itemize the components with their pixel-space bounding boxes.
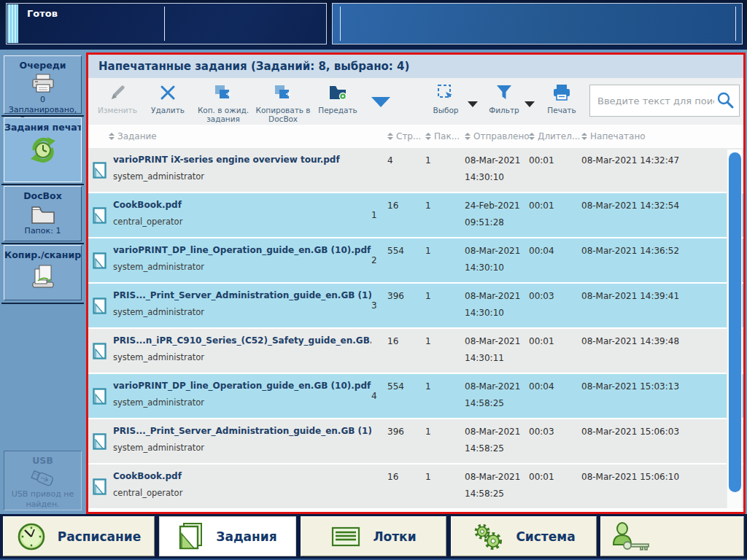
selection-icon [437, 83, 454, 102]
column-header-duration[interactable]: Длител... [529, 131, 581, 141]
job-sent-time: 09:51:28 [465, 217, 529, 228]
job-row[interactable]: CookBook.pdf central_operator 16 1 08-Ma… [88, 464, 743, 510]
job-owner: system_administrator [113, 262, 371, 272]
column-header-job[interactable]: Задание [93, 131, 387, 141]
job-row[interactable]: varioPRINT_DP_line_Operation_guide_en.GB… [88, 238, 743, 284]
jobs-table-body: varioPRINT iX-series engine overview tou… [88, 148, 743, 512]
print-jobs-history-icon [29, 136, 57, 163]
search-input[interactable] [590, 96, 716, 106]
user-key-icon [611, 521, 654, 552]
copy-to-docbox-button[interactable]: Копировать в DocBox [252, 83, 314, 123]
scrollbar-thumb[interactable] [729, 152, 741, 492]
print-jobs-label: Задания печати [4, 118, 81, 133]
more-actions-expander-icon[interactable] [371, 97, 390, 107]
job-selection-number: 1 [371, 193, 387, 237]
printer-icon [31, 74, 55, 93]
job-pages: 16 [387, 193, 425, 237]
scrollbar-track[interactable] [727, 149, 742, 508]
document-icon [93, 433, 107, 450]
job-sent-date: 08-Mar-2021 [465, 472, 529, 482]
filter-button[interactable]: Фильтр [485, 83, 523, 114]
sidebar-item-docbox[interactable]: DocBox Папок: 1 [4, 186, 82, 241]
job-sent-date: 08-Mar-2021 [465, 381, 529, 392]
tab-trays-label: Лотки [373, 529, 416, 544]
job-sent-time: 14:30:11 [465, 353, 529, 363]
job-pages: 16 [387, 464, 425, 508]
delete-button[interactable]: Удалить [147, 83, 189, 114]
sort-icon [425, 133, 431, 140]
job-selection-number [371, 329, 387, 373]
job-owner: central_operator [113, 217, 371, 227]
tab-trays[interactable]: Лотки [301, 516, 446, 556]
job-sent-time: 14:58:25 [465, 398, 529, 408]
sidebar-item-queues[interactable]: Очереди 0 Запланировано, 5 ожидает [4, 55, 82, 114]
sidebar-item-print-jobs[interactable]: Задания печати [4, 117, 82, 182]
job-selection-number [371, 464, 387, 508]
sort-icon [465, 133, 471, 140]
job-selection-number: 2 [371, 238, 387, 282]
tab-schedule[interactable]: Расписание [3, 516, 155, 556]
job-sent-date: 08-Mar-2021 [465, 427, 529, 437]
tab-login[interactable] [600, 516, 744, 556]
job-duration: 00:04 [529, 374, 581, 418]
job-duration: 00:01 [529, 193, 581, 237]
select-button[interactable]: Выбор [427, 83, 465, 114]
sidebar: Очереди 0 Запланировано, 5 ожидает Задан… [0, 50, 86, 514]
usb-label: USB [4, 451, 81, 466]
column-header-pages[interactable]: Стр... [387, 131, 425, 141]
column-header-sets[interactable]: Пак... [425, 131, 465, 141]
status-box-divider [164, 7, 165, 41]
docbox-label: DocBox [4, 187, 81, 201]
copy-scan-label: Копир./сканир. [4, 246, 81, 260]
column-header-sent[interactable]: Отправлено [465, 131, 529, 141]
job-pages: 396 [387, 284, 425, 327]
tab-system[interactable]: Система [451, 516, 597, 556]
message-box-divider-left [340, 7, 341, 41]
job-sent-date: 08-Mar-2021 [465, 336, 529, 346]
sort-icon [109, 133, 115, 140]
sort-icon [581, 133, 587, 140]
job-printed: 08-Mar-2021 15:03:13 [581, 374, 724, 418]
status-box: Готов [6, 3, 327, 44]
printed-jobs-panel: Напечатанные задания (Заданий: 8, выбран… [86, 52, 746, 514]
copy-jobs-icon [214, 83, 233, 102]
sidebar-item-copy-scan[interactable]: Копир./сканир. [4, 245, 82, 300]
edit-button[interactable]: Изменить [96, 83, 139, 114]
job-duration: 00:01 [529, 329, 581, 373]
job-row[interactable]: varioPRINT_DP_line_Operation_guide_en.GB… [88, 374, 743, 419]
job-sent-time: 14:30:10 [465, 308, 529, 318]
job-name: PRIS..._Print_Server_Administration_guid… [113, 290, 371, 300]
job-sent-time: 14:58:25 [465, 489, 529, 499]
filter-funnel-icon [496, 83, 512, 102]
job-sets: 1 [425, 374, 465, 418]
job-sets: 1 [425, 284, 465, 327]
job-pages: 4 [387, 148, 425, 192]
job-printed: 08-Mar-2021 14:39:41 [581, 284, 724, 327]
trays-icon [330, 524, 361, 549]
job-row[interactable]: PRIS..._Print_Server_Administration_guid… [88, 419, 743, 464]
column-header-printed[interactable]: Напечатано [581, 131, 724, 141]
job-selection-number [371, 419, 387, 463]
job-duration: 00:01 [529, 464, 581, 508]
job-sets: 1 [425, 193, 465, 237]
search-icon[interactable] [716, 91, 735, 110]
tab-jobs[interactable]: Задания [159, 516, 296, 556]
tab-jobs-label: Задания [216, 529, 276, 544]
filter-dropdown-icon[interactable] [525, 101, 535, 107]
job-printed: 08-Mar-2021 14:36:52 [581, 238, 724, 282]
job-row[interactable]: CookBook.pdf central_operator 1 16 1 24-… [88, 193, 743, 238]
copy-to-waiting-jobs-button[interactable]: Коп. в ожид. задания [195, 83, 252, 123]
job-printed: 08-Mar-2021 14:32:47 [581, 148, 724, 192]
job-sent-date: 24-Feb-2021 [465, 201, 529, 211]
job-owner: system_administrator [113, 352, 371, 362]
print-button[interactable]: Печать [543, 83, 580, 114]
jobs-document-icon [178, 522, 204, 551]
select-dropdown-icon[interactable] [468, 101, 478, 107]
job-row[interactable]: PRIS..._Print_Server_Administration_guid… [88, 284, 743, 329]
transfer-button[interactable]: Передать [316, 83, 360, 114]
document-icon [93, 207, 107, 224]
job-row[interactable]: varioPRINT iX-series engine overview tou… [88, 148, 743, 193]
job-row[interactable]: PRIS...n_iPR_C910_Series_(C52)_Safety_gu… [88, 329, 743, 374]
panel-title: Напечатанные задания (Заданий: 8, выбран… [88, 55, 743, 78]
document-icon [93, 162, 107, 179]
